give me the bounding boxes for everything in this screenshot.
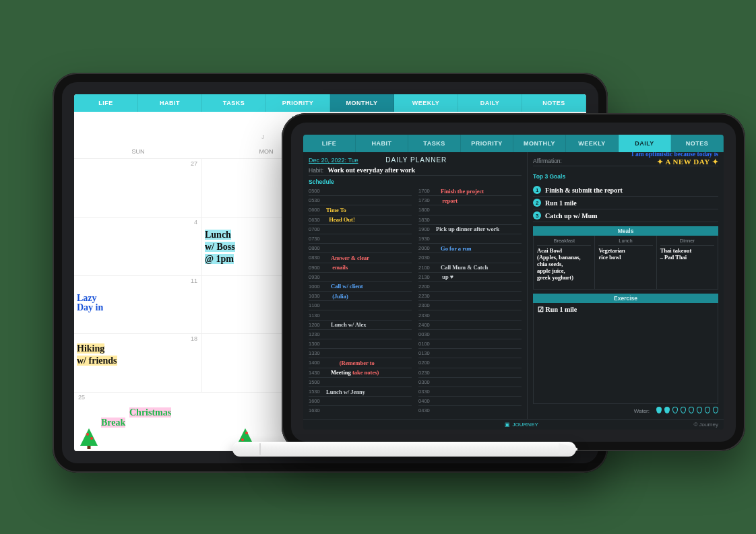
tab-life[interactable]: LIFE <box>303 135 356 152</box>
schedule-row[interactable]: 1330 <box>309 349 412 358</box>
tab-monthly[interactable]: MONTHLY <box>330 94 394 112</box>
schedule-row[interactable]: 1630 <box>309 406 412 415</box>
tab-tasks[interactable]: TASKS <box>408 135 461 152</box>
goal-num-icon: 1 <box>533 186 541 194</box>
schedule-row[interactable]: 0630 Head Out! <box>309 215 412 225</box>
schedule-row[interactable]: 0100 <box>418 339 522 349</box>
schedule-row[interactable]: 2100Call Mum & Catch <box>418 263 522 273</box>
water-drop-icon[interactable] <box>656 407 662 413</box>
entry-lazy-day: Lazy Day in <box>77 294 103 313</box>
daily-date[interactable]: Dec 20, 2022: Tue <box>309 157 358 164</box>
schedule-row[interactable]: 0600Time To <box>309 205 412 215</box>
meals-label: Meals <box>533 226 718 236</box>
schedule-row[interactable]: 2030 <box>418 253 522 263</box>
schedule-row[interactable]: 1200Lunch w/ Alex <box>309 321 412 330</box>
meal-breakfast: Breakfast Acai Bowl (Apples, bananas, ch… <box>534 236 595 289</box>
tab-notes[interactable]: NOTES <box>671 135 724 152</box>
schedule-row[interactable]: 2200 <box>418 282 522 292</box>
schedule-row[interactable]: 0330 <box>418 387 522 397</box>
schedule-row[interactable]: 0200 <box>418 358 522 368</box>
goal-text: Run 1 mile <box>545 199 577 207</box>
water-drop-icon[interactable] <box>689 407 694 413</box>
schedule-row[interactable]: 0730 <box>309 234 412 244</box>
tab-daily[interactable]: DAILY <box>619 135 671 152</box>
exercise-value: ☑ Run 1 mile <box>538 306 577 313</box>
water-drop-icon[interactable] <box>664 407 670 413</box>
schedule-row[interactable]: 0830Answer & clear <box>309 253 412 263</box>
schedule-row[interactable]: 2300 <box>418 301 522 310</box>
schedule-row[interactable]: 2000Go for a run <box>418 244 522 253</box>
tab-habit[interactable]: HABIT <box>356 135 408 152</box>
schedule-row[interactable]: 1400 (Remember to <box>309 358 412 368</box>
water-drop-icon[interactable] <box>697 407 702 413</box>
goal-num-icon: 3 <box>533 211 541 220</box>
habit-value: Work out everyday after work <box>327 166 415 174</box>
schedule-row[interactable]: 2400 <box>418 321 522 330</box>
nav-bar-daily: LIFE HABIT TASKS PRIORITY MONTHLY WEEKLY… <box>303 135 724 152</box>
schedule-row[interactable]: 1030 (Julia) <box>309 292 412 301</box>
schedule-row[interactable]: 0030 <box>418 330 522 339</box>
schedule-row[interactable]: 0930 <box>309 273 412 282</box>
schedule-row[interactable]: 2230 <box>418 292 522 301</box>
schedule-row[interactable]: 1730 report <box>418 196 522 205</box>
exercise-box: ☑ Run 1 mile <box>533 303 718 404</box>
month-initial[interactable]: J <box>261 134 264 140</box>
water-drop-icon[interactable] <box>713 407 718 413</box>
tab-weekly[interactable]: WEEKLY <box>566 135 619 152</box>
schedule-row[interactable]: 0300 <box>418 378 522 387</box>
schedule-row[interactable]: 1700Finish the project <box>418 187 522 196</box>
nav-bar-monthly: LIFE HABIT TASKS PRIORITY MONTHLY WEEKLY… <box>74 94 586 112</box>
tab-weekly[interactable]: WEEKLY <box>394 94 458 112</box>
schedule-row[interactable]: 1230 <box>309 330 412 339</box>
meal-dinner: Dinner Thai takeout – Pad Thai <box>657 236 718 289</box>
cal-cell[interactable]: 4 <box>74 218 202 276</box>
tab-life[interactable]: LIFE <box>74 94 138 112</box>
schedule-row[interactable]: 1930 <box>418 234 522 244</box>
schedule-row[interactable]: 1130 <box>309 310 412 320</box>
goal-row: 2Run 1 mile <box>533 197 718 209</box>
tab-monthly[interactable]: MONTHLY <box>513 135 566 152</box>
entry-hiking: Hiking w/ friends <box>77 343 117 366</box>
tab-daily[interactable]: DAILY <box>458 94 522 112</box>
apple-pencil[interactable] <box>232 442 576 457</box>
schedule-row[interactable]: 2330 <box>418 310 522 320</box>
schedule-row[interactable]: 0400 <box>418 397 522 406</box>
cal-cell[interactable]: 27 <box>74 159 202 218</box>
water-drop-icon[interactable] <box>681 407 686 413</box>
schedule-row[interactable]: 1100 <box>309 301 412 310</box>
entry-xmas: Christmas Break <box>101 398 171 438</box>
water-drop-icon[interactable] <box>705 407 710 413</box>
goal-row: 1Finish & submit the report <box>533 184 718 197</box>
schedule-row[interactable]: 1900Pick up dinner after work <box>418 225 522 234</box>
schedule-row[interactable]: 1600 <box>309 397 412 406</box>
cal-cell[interactable]: 18 Hiking w/ friends <box>74 334 202 393</box>
schedule-row[interactable]: 0800 <box>309 244 412 253</box>
schedule-row[interactable]: 0430 <box>418 406 522 415</box>
water-drop-icon[interactable] <box>672 407 678 413</box>
tab-priority[interactable]: PRIORITY <box>461 135 513 152</box>
schedule-row[interactable]: 2130 up ♥ <box>418 273 522 282</box>
goal-text: Finish & submit the report <box>545 187 623 194</box>
schedule-row[interactable]: 1430Meeting take notes) <box>309 368 412 378</box>
schedule-row[interactable]: 1830 <box>418 215 522 225</box>
schedule-row[interactable]: 1300 <box>309 339 412 349</box>
schedule-row[interactable]: 0700 <box>309 225 412 234</box>
tab-habit[interactable]: HABIT <box>138 94 202 112</box>
tab-notes[interactable]: NOTES <box>522 94 586 112</box>
schedule-row[interactable]: 0900 emails <box>309 263 412 273</box>
tablet-daily: LIFE HABIT TASKS PRIORITY MONTHLY WEEKLY… <box>282 113 745 451</box>
cal-cell[interactable]: 11 Lazy Day in <box>74 276 202 335</box>
schedule-row[interactable]: 0500 <box>309 187 412 196</box>
schedule-row[interactable]: 0230 <box>418 368 522 378</box>
tab-priority[interactable]: PRIORITY <box>266 94 330 112</box>
tab-tasks[interactable]: TASKS <box>202 94 266 112</box>
affirmation-line1: I am optimistic because today is <box>631 152 718 158</box>
schedule-row[interactable]: 1500 <box>309 378 412 387</box>
schedule-row[interactable]: 1530Lunch w/ Jenny <box>309 387 412 397</box>
schedule-row[interactable]: 0130 <box>418 349 522 358</box>
goal-text: Catch up w/ Mum <box>545 212 598 220</box>
schedule-row[interactable]: 0530 <box>309 196 412 205</box>
schedule-row[interactable]: 1800 <box>418 205 522 215</box>
goal-num-icon: 2 <box>533 199 541 207</box>
schedule-row[interactable]: 1000Call w/ client <box>309 282 412 292</box>
